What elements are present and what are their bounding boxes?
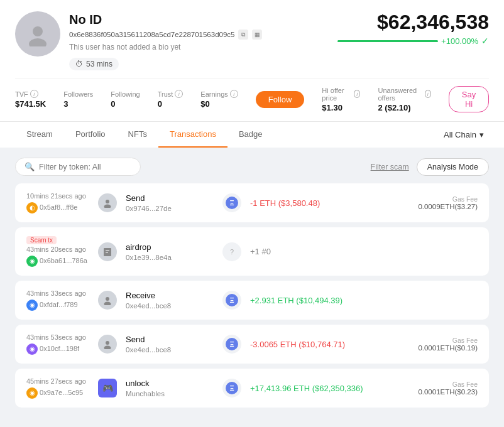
tabs-left: Stream Portfolio NFTs Transactions Badge xyxy=(15,122,273,148)
search-icon: 🔍 xyxy=(25,162,35,171)
gas-info: Gas Fee 0.0001ETH($0.19) xyxy=(383,337,478,352)
profile-name: No ID xyxy=(69,13,262,27)
tx-time: 45mins 27secs ago ◉ 0x9a7e...5c95 xyxy=(26,377,89,399)
svg-point-2 xyxy=(106,200,109,203)
scam-badge: Scam tx xyxy=(26,236,57,244)
table-row: 43mins 53secs ago ◉ 0x10cf...198f Send 0… xyxy=(15,325,489,364)
portfolio-change: +100.00% ✓ xyxy=(337,36,489,46)
trust-info-icon[interactable]: i xyxy=(175,90,183,98)
tx-time: 10mins 21secs ago ◐ 0x5af8...ff8e xyxy=(26,192,89,214)
user-icon xyxy=(98,335,117,354)
filter-scam-button[interactable]: Filter scam xyxy=(371,163,409,171)
analysis-mode-button[interactable]: Analysis Mode xyxy=(417,158,489,176)
tvf-info-icon[interactable]: i xyxy=(30,90,38,98)
svg-point-7 xyxy=(106,297,109,301)
tab-portfolio[interactable]: Portfolio xyxy=(64,122,117,148)
stat-following: Following 0 xyxy=(111,90,140,109)
stat-tvf: TVF i $741.5K xyxy=(15,90,46,109)
time-badge: ⏱ 53 mins xyxy=(69,58,119,70)
contract-icon xyxy=(98,242,117,261)
table-row: Scam tx 43mins 20secs ago ◉ 0x6ba61...78… xyxy=(15,227,489,276)
eth-token-icon: Ξ xyxy=(222,379,241,397)
tab-badge[interactable]: Badge xyxy=(227,122,274,148)
profile-address: 0x6e8836f050a315611208a5cd7e228701563d09… xyxy=(69,30,262,40)
tx-time: Scam tx 43mins 20secs ago ◉ 0x6ba61...78… xyxy=(26,236,89,267)
tx-addr-block: Send 0xe4ed...bce8 xyxy=(126,335,214,354)
tx-time: 43mins 53secs ago ◉ 0x10cf...198f xyxy=(26,333,89,355)
tx-addr-block: airdrop 0x1e39...8e4a xyxy=(126,242,214,261)
tab-transactions[interactable]: Transactions xyxy=(158,122,227,148)
tx-addr-block: Send 0x9746...27de xyxy=(126,193,214,212)
table-row: 45mins 27secs ago ◉ 0x9a7e...5c95 🎮 unlo… xyxy=(15,369,489,408)
svg-point-0 xyxy=(33,26,43,36)
svg-point-9 xyxy=(106,341,109,345)
profile-bio: This user has not added a bio yet xyxy=(69,43,262,51)
portfolio-summary: $62,346,538 +100.00% ✓ xyxy=(337,11,489,46)
tabs-row: Stream Portfolio NFTs Transactions Badge… xyxy=(0,121,504,148)
stat-trust: Trust i 0 xyxy=(158,90,184,109)
tx-amount: +2.931 ETH ($10,494.39) xyxy=(250,296,375,305)
chevron-down-icon: ▾ xyxy=(479,130,484,139)
copy-icon[interactable]: ⧉ xyxy=(238,30,248,40)
table-row: 10mins 21secs ago ◐ 0x5af8...ff8e Send 0… xyxy=(15,183,489,222)
change-pct: +100.00% xyxy=(441,36,478,46)
stats-row: TVF i $741.5K Followers 3 Following 0 Tr… xyxy=(15,78,489,121)
from-icon: ◉ xyxy=(26,387,38,399)
qr-icon[interactable]: ▦ xyxy=(252,30,262,40)
from-icon: ◉ xyxy=(26,300,38,311)
follow-button[interactable]: Follow xyxy=(256,91,305,108)
svg-point-1 xyxy=(29,38,47,46)
content-area: 🔍 Filter scam Analysis Mode 10mins 21sec… xyxy=(0,148,504,423)
tx-addr-block: unlock Munchables xyxy=(126,379,214,397)
svg-point-8 xyxy=(104,302,111,306)
search-input[interactable] xyxy=(39,163,131,171)
tx-amount: +1 #0 xyxy=(250,247,375,256)
gas-info: Gas Fee 0.0009ETH($3.27) xyxy=(383,195,478,210)
user-icon xyxy=(98,291,117,310)
search-box[interactable]: 🔍 xyxy=(15,158,141,176)
avatar xyxy=(15,11,60,57)
from-icon: ◉ xyxy=(26,343,38,355)
earnings-info-icon[interactable]: i xyxy=(230,90,238,98)
tx-time: 43mins 33secs ago ◉ 0xfdaf...f789 xyxy=(26,289,89,311)
tx-addr-block: Receive 0xe4ed...bce8 xyxy=(126,291,214,310)
eth-token-icon: Ξ xyxy=(222,291,241,310)
stat-hi-offer: Hi offer price i $1.30 xyxy=(322,87,360,112)
unanswered-info-icon[interactable]: i xyxy=(425,90,431,98)
user-icon xyxy=(98,193,117,212)
stat-followers: Followers 3 xyxy=(63,90,93,109)
gas-info: Gas Fee 0.0001ETH($0.23) xyxy=(383,381,478,396)
chain-selector[interactable]: All Chain ▾ xyxy=(439,127,489,142)
from-icon: ◉ xyxy=(26,256,38,267)
check-icon: ✓ xyxy=(481,36,489,46)
transaction-list: 10mins 21secs ago ◐ 0x5af8...ff8e Send 0… xyxy=(15,183,489,413)
tab-stream[interactable]: Stream xyxy=(15,122,64,148)
table-row: 43mins 33secs ago ◉ 0xfdaf...f789 Receiv… xyxy=(15,281,489,320)
tx-amount: -1 ETH ($3,580.48) xyxy=(250,198,375,208)
eth-token-icon: Ξ xyxy=(222,193,241,212)
filter-bar: 🔍 Filter scam Analysis Mode xyxy=(15,158,489,176)
from-icon: ◐ xyxy=(26,202,38,214)
tab-nfts[interactable]: NFTs xyxy=(117,122,158,148)
token-icon: ? xyxy=(222,242,241,261)
sayhi-button[interactable]: Say Hi xyxy=(449,86,489,112)
svg-point-3 xyxy=(104,205,111,208)
profile-section: No ID 0x6e8836f050a315611208a5cd7e228701… xyxy=(0,0,504,121)
tx-amount: -3.0065 ETH ($10,764.71) xyxy=(250,340,375,349)
stat-earnings: Earnings i $0 xyxy=(200,90,238,109)
svg-point-10 xyxy=(104,346,111,350)
eth-token-icon: Ξ xyxy=(222,335,241,354)
clock-icon: ⏱ xyxy=(75,60,83,68)
tx-amount: +17,413.96 ETH ($62,350,336) xyxy=(250,384,375,393)
portfolio-value: $62,346,538 xyxy=(337,11,489,33)
change-bar xyxy=(337,40,438,42)
stat-unanswered: Unanswered offers i 2 ($2.10) xyxy=(378,87,431,112)
munchables-icon: 🎮 xyxy=(98,379,117,397)
hi-offer-info-icon[interactable]: i xyxy=(354,90,360,98)
